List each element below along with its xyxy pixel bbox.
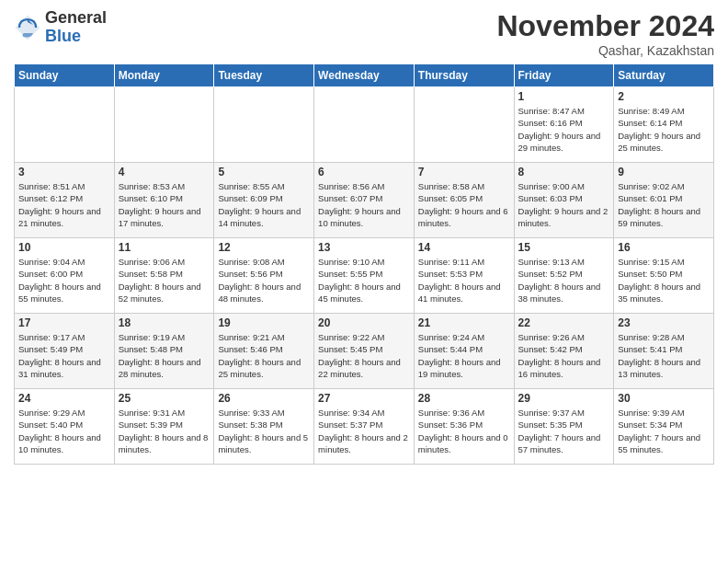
day-info: Sunrise: 9:19 AM Sunset: 5:48 PM Dayligh… (119, 331, 210, 380)
day-number: 21 (418, 316, 510, 329)
calendar-cell: 6Sunrise: 8:56 AM Sunset: 6:07 PM Daylig… (314, 163, 415, 238)
weekday-header-wednesday: Wednesday (314, 64, 415, 87)
day-info: Sunrise: 9:06 AM Sunset: 5:58 PM Dayligh… (119, 256, 210, 304)
calendar-cell: 11Sunrise: 9:06 AM Sunset: 5:58 PM Dayli… (114, 238, 214, 314)
day-info: Sunrise: 8:55 AM Sunset: 6:09 PM Dayligh… (218, 180, 310, 229)
day-number: 14 (418, 241, 510, 254)
day-info: Sunrise: 9:29 AM Sunset: 5:40 PM Dayligh… (18, 407, 110, 455)
day-info: Sunrise: 9:31 AM Sunset: 5:39 PM Dayligh… (119, 407, 210, 455)
day-info: Sunrise: 9:21 AM Sunset: 5:46 PM Dayligh… (218, 331, 310, 380)
day-number: 16 (618, 241, 710, 254)
logo-text: General Blue (45, 9, 107, 46)
day-number: 5 (218, 166, 310, 178)
day-number: 9 (618, 166, 710, 178)
day-info: Sunrise: 9:08 AM Sunset: 5:56 PM Dayligh… (218, 256, 310, 304)
day-info: Sunrise: 8:56 AM Sunset: 6:07 PM Dayligh… (318, 180, 410, 229)
calendar-table: SundayMondayTuesdayWednesdayThursdayFrid… (14, 63, 714, 465)
header: General Blue November 2024 Qashar, Kazak… (14, 9, 714, 58)
weekday-header-thursday: Thursday (414, 64, 514, 87)
logo-general-text: General (45, 9, 107, 28)
calendar-cell: 14Sunrise: 9:11 AM Sunset: 5:53 PM Dayli… (414, 238, 514, 314)
day-number: 11 (119, 241, 210, 254)
day-info: Sunrise: 9:17 AM Sunset: 5:49 PM Dayligh… (18, 331, 110, 380)
day-number: 27 (318, 392, 410, 405)
calendar-header: SundayMondayTuesdayWednesdayThursdayFrid… (15, 64, 714, 87)
calendar-cell (414, 87, 514, 163)
calendar-cell: 2Sunrise: 8:49 AM Sunset: 6:14 PM Daylig… (614, 87, 714, 163)
weekday-header-row: SundayMondayTuesdayWednesdayThursdayFrid… (15, 64, 714, 87)
logo-blue-text: Blue (45, 28, 107, 46)
day-number: 25 (119, 392, 210, 405)
day-info: Sunrise: 9:37 AM Sunset: 5:35 PM Dayligh… (518, 407, 610, 455)
calendar-cell (15, 87, 115, 163)
calendar-cell: 24Sunrise: 9:29 AM Sunset: 5:40 PM Dayli… (15, 389, 115, 465)
calendar-cell: 22Sunrise: 9:26 AM Sunset: 5:42 PM Dayli… (514, 314, 614, 389)
day-info: Sunrise: 9:11 AM Sunset: 5:53 PM Dayligh… (418, 256, 510, 304)
calendar-week-4: 17Sunrise: 9:17 AM Sunset: 5:49 PM Dayli… (15, 314, 714, 389)
calendar-cell (314, 87, 415, 163)
calendar-cell: 25Sunrise: 9:31 AM Sunset: 5:39 PM Dayli… (114, 389, 214, 465)
calendar-cell: 9Sunrise: 9:02 AM Sunset: 6:01 PM Daylig… (614, 163, 714, 238)
day-info: Sunrise: 9:00 AM Sunset: 6:03 PM Dayligh… (518, 180, 610, 229)
day-number: 22 (518, 316, 610, 329)
title-block: November 2024 Qashar, Kazakhstan (496, 9, 714, 58)
day-info: Sunrise: 8:47 AM Sunset: 6:16 PM Dayligh… (518, 105, 610, 154)
day-number: 4 (119, 166, 210, 178)
day-number: 10 (18, 241, 110, 254)
day-number: 20 (318, 316, 410, 329)
month-title: November 2024 (496, 9, 714, 43)
day-number: 23 (618, 316, 710, 329)
calendar-cell: 12Sunrise: 9:08 AM Sunset: 5:56 PM Dayli… (214, 238, 314, 314)
calendar-cell: 5Sunrise: 8:55 AM Sunset: 6:09 PM Daylig… (214, 163, 314, 238)
day-number: 12 (218, 241, 310, 254)
day-info: Sunrise: 9:33 AM Sunset: 5:38 PM Dayligh… (218, 407, 310, 455)
day-number: 15 (518, 241, 610, 254)
calendar-cell: 21Sunrise: 9:24 AM Sunset: 5:44 PM Dayli… (414, 314, 514, 389)
day-number: 6 (318, 166, 410, 178)
day-number: 29 (518, 392, 610, 405)
day-info: Sunrise: 8:49 AM Sunset: 6:14 PM Dayligh… (618, 105, 710, 154)
calendar-week-3: 10Sunrise: 9:04 AM Sunset: 6:00 PM Dayli… (15, 238, 714, 314)
calendar-cell: 16Sunrise: 9:15 AM Sunset: 5:50 PM Dayli… (614, 238, 714, 314)
day-number: 17 (18, 316, 110, 329)
calendar-cell: 15Sunrise: 9:13 AM Sunset: 5:52 PM Dayli… (514, 238, 614, 314)
calendar-cell: 26Sunrise: 9:33 AM Sunset: 5:38 PM Dayli… (214, 389, 314, 465)
logo-icon (14, 14, 41, 41)
day-info: Sunrise: 9:10 AM Sunset: 5:55 PM Dayligh… (318, 256, 410, 304)
day-number: 1 (518, 90, 610, 103)
day-info: Sunrise: 9:26 AM Sunset: 5:42 PM Dayligh… (518, 331, 610, 380)
calendar-cell: 3Sunrise: 8:51 AM Sunset: 6:12 PM Daylig… (15, 163, 115, 238)
day-info: Sunrise: 8:58 AM Sunset: 6:05 PM Dayligh… (418, 180, 510, 229)
day-info: Sunrise: 9:36 AM Sunset: 5:36 PM Dayligh… (418, 407, 510, 455)
day-info: Sunrise: 9:15 AM Sunset: 5:50 PM Dayligh… (618, 256, 710, 304)
day-number: 19 (218, 316, 310, 329)
calendar-cell: 1Sunrise: 8:47 AM Sunset: 6:16 PM Daylig… (514, 87, 614, 163)
day-number: 8 (518, 166, 610, 178)
day-number: 24 (18, 392, 110, 405)
page-container: General Blue November 2024 Qashar, Kazak… (0, 0, 728, 474)
calendar-cell: 30Sunrise: 9:39 AM Sunset: 5:34 PM Dayli… (614, 389, 714, 465)
location: Qashar, Kazakhstan (496, 43, 714, 58)
day-number: 13 (318, 241, 410, 254)
day-number: 2 (618, 90, 710, 103)
day-info: Sunrise: 9:13 AM Sunset: 5:52 PM Dayligh… (518, 256, 610, 304)
calendar-cell: 4Sunrise: 8:53 AM Sunset: 6:10 PM Daylig… (114, 163, 214, 238)
calendar-body: 1Sunrise: 8:47 AM Sunset: 6:16 PM Daylig… (15, 87, 714, 465)
calendar-cell (114, 87, 214, 163)
day-info: Sunrise: 9:28 AM Sunset: 5:41 PM Dayligh… (618, 331, 710, 380)
calendar-week-1: 1Sunrise: 8:47 AM Sunset: 6:16 PM Daylig… (15, 87, 714, 163)
weekday-header-friday: Friday (514, 64, 614, 87)
calendar-cell: 19Sunrise: 9:21 AM Sunset: 5:46 PM Dayli… (214, 314, 314, 389)
calendar-cell: 29Sunrise: 9:37 AM Sunset: 5:35 PM Dayli… (514, 389, 614, 465)
calendar-cell: 8Sunrise: 9:00 AM Sunset: 6:03 PM Daylig… (514, 163, 614, 238)
day-number: 26 (218, 392, 310, 405)
day-info: Sunrise: 9:02 AM Sunset: 6:01 PM Dayligh… (618, 180, 710, 229)
weekday-header-saturday: Saturday (614, 64, 714, 87)
calendar-cell: 18Sunrise: 9:19 AM Sunset: 5:48 PM Dayli… (114, 314, 214, 389)
day-number: 3 (18, 166, 110, 178)
calendar-cell: 7Sunrise: 8:58 AM Sunset: 6:05 PM Daylig… (414, 163, 514, 238)
logo: General Blue (14, 9, 107, 46)
day-info: Sunrise: 9:24 AM Sunset: 5:44 PM Dayligh… (418, 331, 510, 380)
day-info: Sunrise: 9:04 AM Sunset: 6:00 PM Dayligh… (18, 256, 110, 304)
calendar-cell: 17Sunrise: 9:17 AM Sunset: 5:49 PM Dayli… (15, 314, 115, 389)
